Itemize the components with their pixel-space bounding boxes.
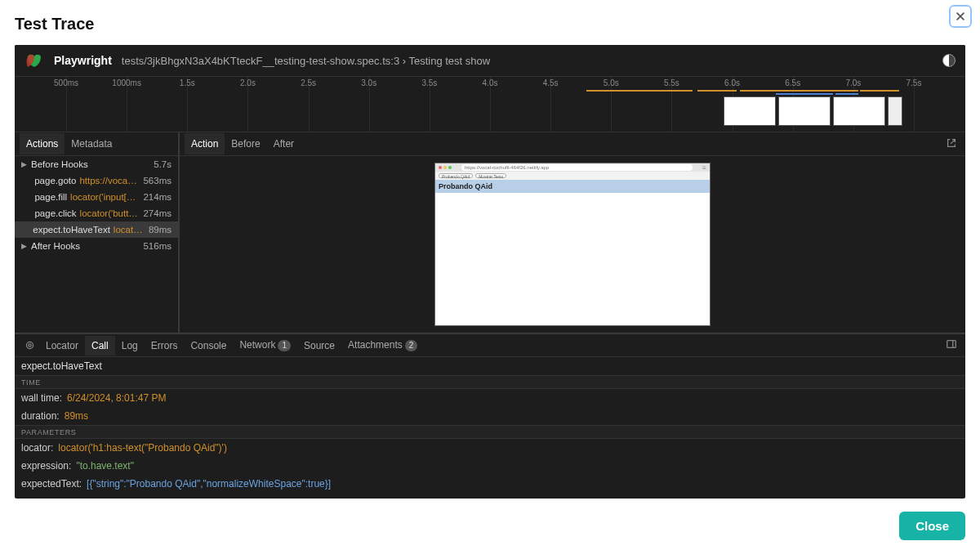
tab-network[interactable]: Network1 (233, 335, 297, 355)
trace-viewer: Playwright tests/3jkBhgxN3aX4bKTteckF__t… (15, 45, 965, 499)
chevron-right-icon: ▶ (21, 160, 29, 168)
tab-attachments[interactable]: Attachments2 (341, 335, 424, 355)
filmstrip-frame[interactable] (833, 96, 885, 126)
popout-icon[interactable] (942, 134, 960, 154)
timeline[interactable]: 500ms1000ms1.5s2.0s2.5s3.0s3.5s4.0s4.5s5… (15, 76, 965, 132)
actions-panel: Actions Metadata ▶ Before Hooks 5.7s pag… (15, 132, 180, 333)
tab-source[interactable]: Source (297, 336, 341, 355)
locator-value: locator('h1:has-text("Probando QAid")') (58, 442, 227, 454)
close-icon-button[interactable] (949, 5, 972, 28)
tab-errors[interactable]: Errors (145, 336, 185, 355)
playwright-logo-icon (24, 51, 44, 70)
wall-time-value: 6/24/2024, 8:01:47 PM (67, 392, 166, 404)
snapshot-url: https://vocal-cuchufli-464f26.netlify.ap… (461, 164, 693, 171)
call-detail: expect.toHaveText TIME wall time:6/24/20… (15, 357, 965, 496)
snapshot-panel: Action Before After https://vocal-cuchuf… (180, 132, 965, 333)
svg-point-1 (28, 344, 30, 347)
chevron-right-icon: ▶ (21, 242, 29, 250)
close-icon (955, 11, 966, 22)
duration-value: 89ms (65, 410, 88, 422)
tab-action[interactable]: Action (185, 133, 225, 154)
tab-locator[interactable]: Locator (39, 336, 85, 355)
filmstrip-frame[interactable] (778, 96, 831, 126)
filmstrip-frame[interactable] (724, 96, 776, 126)
tab-call[interactable]: Call (85, 336, 115, 355)
left-tabbar: Actions Metadata (15, 132, 178, 156)
theme-toggle-icon[interactable] (942, 54, 956, 67)
action-row[interactable]: page.clicklocator('button:…274ms (15, 205, 178, 221)
actions-list: ▶ Before Hooks 5.7s page.gotohttps://voc… (15, 156, 178, 333)
svg-rect-2 (947, 341, 956, 348)
modal-title: Test Trace (15, 15, 94, 34)
browser-snapshot: https://vocal-cuchufli-464f26.netlify.ap… (434, 163, 710, 326)
target-icon[interactable] (20, 340, 39, 351)
action-row[interactable]: expect.toHaveTextlocator('…89ms (15, 221, 178, 238)
expected-text-value: [{"string":"Probando QAid","normalizeWhi… (87, 478, 331, 490)
bottom-panel: Locator Call Log Errors Console Network1… (15, 333, 965, 496)
tab-metadata[interactable]: Metadata (65, 133, 118, 154)
product-name: Playwright (54, 54, 112, 67)
before-hooks-row[interactable]: ▶ Before Hooks 5.7s (15, 156, 178, 172)
tab-before[interactable]: Before (225, 133, 266, 154)
trace-header: Playwright tests/3jkBhgxN3aX4bKTteckF__t… (15, 45, 965, 76)
svg-point-0 (26, 342, 33, 348)
filmstrip-frame[interactable] (888, 96, 902, 126)
tab-log[interactable]: Log (115, 336, 145, 355)
spec-path: tests/3jkBhgxN3aX4bKTteckF__testing-test… (122, 55, 490, 67)
close-button[interactable]: Close (899, 512, 965, 540)
after-hooks-row[interactable]: ▶ After Hooks 516ms (15, 238, 178, 254)
tab-actions[interactable]: Actions (20, 133, 65, 154)
tab-console[interactable]: Console (184, 336, 233, 355)
tab-after[interactable]: After (267, 133, 301, 154)
snapshot-h1: Probando QAid (435, 180, 710, 193)
action-row[interactable]: page.filllocator('input[plac…214ms (15, 189, 178, 205)
action-row[interactable]: page.gotohttps://vocal-cu…563ms (15, 172, 178, 189)
panel-toggle-icon[interactable] (942, 335, 960, 355)
expression-value: "to.have.text" (76, 460, 134, 472)
call-title: expect.toHaveText (15, 357, 965, 375)
